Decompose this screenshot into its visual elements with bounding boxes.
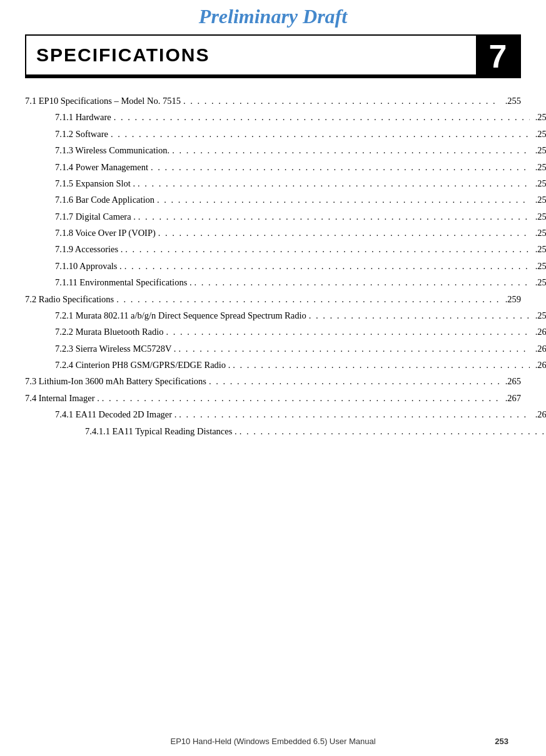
toc-page: .257 [532, 160, 546, 175]
toc-page: .257 [532, 225, 546, 241]
toc-dots [172, 143, 530, 159]
toc-dots [309, 308, 530, 324]
toc-page: .259 [532, 308, 546, 324]
toc-label: 7.2 Radio Specifications [25, 292, 114, 307]
chapter-header: Specifications 7 [25, 34, 521, 78]
toc-entry: 7.1.11 Environmental Specifications ..25… [55, 275, 546, 291]
toc-page: .267 [502, 391, 521, 406]
toc-page: .257 [532, 192, 546, 208]
toc-entry: 7.4 Internal Imager ..267 [25, 391, 521, 407]
toc-dots [124, 258, 530, 275]
toc-dots [240, 424, 546, 440]
toc-entry: 7.1.9 Accessories ..257 [55, 242, 546, 258]
toc-page: .257 [532, 242, 546, 257]
toc-label: 7.2.4 Cinterion PH8 GSM/GPRS/EDGE Radio … [55, 357, 230, 373]
toc-label: 7.1.7 Digital Camera . [55, 209, 136, 225]
toc-entry: 7.1.10 Approvals ..258 [55, 258, 546, 275]
toc-label: 7.4 Internal Imager . [25, 391, 99, 406]
toc-entry: 7.1.1 Hardware.255 [55, 110, 546, 126]
toc-page: .265 [502, 374, 521, 389]
toc-dots [102, 391, 500, 407]
toc-page: .256 [532, 126, 546, 142]
toc-page: .263 [532, 357, 546, 373]
toc-entry: 7.1.8 Voice Over IP (VOIP).257 [55, 225, 546, 242]
toc-dots [116, 292, 500, 308]
toc-page: .257 [532, 176, 546, 192]
toc-label: 7.1.5 Expansion Slot . [55, 176, 135, 192]
toc-entry: 7.2 Radio Specifications.259 [25, 292, 521, 308]
footer-manual-title: EP10 Hand-Held (Windows Embedded 6.5) Us… [170, 737, 375, 746]
toc-label: 7.1.8 Voice Over IP (VOIP) [55, 225, 156, 241]
toc-label: 7.3 Lithium-Ion 3600 mAh Battery Specifi… [25, 374, 206, 389]
toc-page: .255 [532, 110, 546, 125]
footer-page-number: 253 [495, 737, 508, 746]
toc-page: .261 [532, 341, 546, 357]
toc-page: .257 [532, 209, 546, 225]
toc-page: .259 [502, 292, 521, 307]
toc-page: .256 [532, 143, 546, 158]
toc-entry: 7.1.7 Digital Camera ..257 [55, 209, 546, 225]
toc-dots [151, 160, 530, 176]
toc-label: 7.4.1 EA11 Decoded 2D Imager . [55, 407, 176, 422]
toc-dots [195, 275, 530, 291]
toc-label: 7.1 EP10 Specifications – Model No. 7515 [25, 93, 181, 109]
toc-dots [158, 225, 530, 242]
toc-dots [233, 357, 530, 374]
toc-entry: 7.2.4 Cinterion PH8 GSM/GPRS/EDGE Radio … [55, 357, 546, 374]
toc-dots [166, 324, 530, 340]
toc-entry: 7.2.2 Murata Bluetooth Radio.260 [55, 324, 546, 340]
toc-page: .258 [532, 275, 546, 290]
toc-label: 7.1.10 Approvals . [55, 258, 122, 274]
toc-entry: 7.1.3 Wireless Communication..256 [55, 143, 546, 159]
toc-dots [209, 374, 500, 390]
toc-label: 7.1.1 Hardware [55, 110, 111, 125]
toc-label: 7.1.4 Power Management [55, 160, 148, 175]
toc-dots [138, 176, 530, 192]
toc-entry: 7.4.1 EA11 Decoded 2D Imager ..267 [55, 407, 546, 423]
toc-label: 7.1.9 Accessories . [55, 242, 123, 257]
toc-entry: 7.1.2 Software.256 [55, 126, 546, 143]
chapter-number: 7 [476, 36, 520, 77]
toc-label: 7.1.3 Wireless Communication. [55, 143, 169, 158]
chapter-title: Specifications [36, 44, 210, 66]
toc-dots [111, 126, 530, 143]
toc-entry: 7.4.1.1 EA11 Typical Reading Distances .… [85, 424, 546, 440]
toc-page: .260 [532, 324, 546, 340]
toc-dots [183, 93, 500, 110]
page-footer: EP10 Hand-Held (Windows Embedded 6.5) Us… [0, 737, 546, 746]
toc-page: .255 [502, 93, 521, 109]
toc-entry: 7.3 Lithium-Ion 3600 mAh Battery Specifi… [25, 374, 521, 390]
toc-entry: 7.1 EP10 Specifications – Model No. 7515… [25, 93, 521, 110]
toc-page: .267 [532, 407, 546, 422]
toc-dots [138, 209, 530, 225]
toc-label: 7.4.1.1 EA11 Typical Reading Distances . [85, 424, 237, 439]
preliminary-draft-title: Preliminary Draft [0, 0, 546, 34]
toc-entry: 7.1.4 Power Management.257 [55, 160, 546, 176]
toc-label: 7.2.1 Murata 802.11 a/b/g/n Direct Seque… [55, 308, 306, 324]
toc-dots [114, 110, 530, 126]
toc-entry: 7.2.3 Sierra Wireless MC5728V ..261 [55, 341, 546, 357]
toc-entry: 7.1.5 Expansion Slot ..257 [55, 176, 546, 192]
toc-dots [178, 341, 530, 357]
toc-label: 7.2.3 Sierra Wireless MC5728V . [55, 341, 176, 357]
toc-dots [179, 407, 530, 423]
toc-label: 7.1.11 Environmental Specifications . [55, 275, 192, 290]
table-of-contents: 7.1 EP10 Specifications – Model No. 7515… [25, 93, 521, 440]
toc-label: 7.1.6 Bar Code Application [55, 192, 154, 208]
toc-label: 7.2.2 Murata Bluetooth Radio [55, 324, 164, 340]
toc-entry: 7.1.6 Bar Code Application.257 [55, 192, 546, 208]
toc-page: .258 [532, 258, 546, 274]
chapter-title-area: Specifications [26, 36, 476, 77]
toc-dots [125, 242, 530, 258]
toc-entry: 7.2.1 Murata 802.11 a/b/g/n Direct Seque… [55, 308, 546, 324]
toc-dots [157, 192, 530, 208]
toc-label: 7.1.2 Software [55, 126, 108, 142]
